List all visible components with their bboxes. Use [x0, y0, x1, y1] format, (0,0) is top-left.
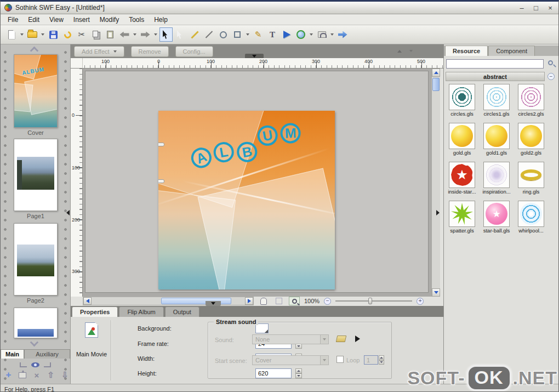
add-effect-button[interactable]: Add Effect: [74, 46, 124, 57]
pen-tool-button[interactable]: ✎: [252, 27, 265, 42]
scroll-down-button[interactable]: [432, 288, 440, 297]
save-button[interactable]: [47, 27, 60, 42]
canvas-horizontal-scrollbar[interactable]: [83, 297, 254, 305]
effectbar-up-icon[interactable]: [397, 50, 402, 53]
resource-item[interactable]: ring.gls: [515, 162, 547, 195]
search-icon[interactable]: [548, 60, 553, 65]
zoom-slider-handle[interactable]: [368, 298, 372, 304]
test-movie-button[interactable]: [280, 27, 293, 42]
resource-item[interactable]: ★ star-ball.gls: [480, 201, 513, 234]
preview-browser-button[interactable]: [294, 27, 307, 42]
resource-item[interactable]: whirlpool...: [515, 201, 547, 234]
effectbar-down-icon[interactable]: [409, 50, 413, 52]
tab-output[interactable]: Output: [165, 306, 199, 317]
copy-button[interactable]: [89, 27, 102, 42]
import-page-button[interactable]: [18, 370, 27, 380]
menu-modify[interactable]: Modify: [95, 15, 124, 25]
loop-checkbox[interactable]: [336, 356, 344, 363]
category-header[interactable]: abstract: [446, 72, 545, 81]
resource-item[interactable]: circles2.gls: [515, 84, 547, 117]
scroll-right-button[interactable]: [245, 297, 253, 305]
undo-dropdown[interactable]: [132, 33, 138, 36]
resource-item[interactable]: gold1.gls: [480, 123, 513, 156]
resource-search-input[interactable]: [446, 59, 544, 69]
page-thumbnail-cover[interactable]: ALBUM: [14, 54, 58, 128]
scroll-left-button[interactable]: [83, 297, 92, 305]
new-document-dropdown[interactable]: [19, 33, 25, 36]
subselect-tool-button[interactable]: [174, 27, 187, 42]
tab-flip-album[interactable]: Flip Album: [119, 306, 163, 317]
loop-count-input[interactable]: [364, 355, 378, 365]
loop-spinner[interactable]: [379, 355, 384, 365]
collapse-left-panel-arrow[interactable]: [66, 210, 70, 215]
shape-tool-dropdown[interactable]: [245, 33, 250, 36]
pages-scroll-down[interactable]: [31, 339, 37, 345]
play-sound-button[interactable]: [355, 336, 360, 342]
select-tool-button[interactable]: [159, 27, 173, 42]
tab-auxiliary[interactable]: Auxiliary: [24, 349, 70, 359]
bottom-collapse-tab[interactable]: [206, 301, 221, 306]
open-dropdown[interactable]: [40, 33, 45, 36]
oval-tool-button[interactable]: [216, 27, 230, 42]
resource-item[interactable]: gold2.gls: [515, 123, 547, 156]
pages-scroll-up[interactable]: [31, 48, 37, 54]
category-collapse-button[interactable]: −: [547, 73, 555, 80]
capture-button[interactable]: [315, 27, 328, 42]
resource-item[interactable]: circles1.gls: [480, 84, 513, 117]
menu-edit[interactable]: Edit: [23, 15, 44, 25]
scroll-up-button[interactable]: [432, 69, 440, 77]
onion-skin-control[interactable]: [1, 360, 70, 369]
album-cover-artwork[interactable]: A L B U M: [158, 111, 335, 289]
browse-sound-button[interactable]: [336, 336, 346, 342]
export-button[interactable]: [61, 27, 74, 42]
pencil-tool-button[interactable]: [188, 27, 201, 42]
tab-main[interactable]: Main: [1, 349, 24, 359]
remove-effect-button[interactable]: Remove: [131, 46, 169, 57]
hand-tool-button[interactable]: [258, 297, 269, 305]
preview-dropdown[interactable]: [309, 33, 314, 36]
rectangle-tool-button[interactable]: [231, 27, 244, 42]
sound-combobox[interactable]: None: [252, 334, 329, 344]
start-scene-combobox[interactable]: Cover: [252, 355, 329, 365]
menu-help[interactable]: Help: [149, 15, 173, 25]
close-button[interactable]: ×: [546, 4, 555, 12]
collapse-right-panel-arrow[interactable]: [436, 210, 440, 215]
move-page-down-button[interactable]: ⇩: [60, 370, 70, 380]
line-tool-button[interactable]: [202, 27, 215, 42]
undo-button[interactable]: [118, 27, 131, 42]
config-effect-button[interactable]: Config...: [175, 46, 213, 57]
publish-swf-button[interactable]: [336, 27, 349, 42]
new-document-button[interactable]: [5, 27, 18, 42]
page-thumbnail-page2[interactable]: [14, 223, 58, 296]
resource-item[interactable]: gold.gls: [446, 123, 478, 156]
zoom-in-button[interactable]: +: [417, 298, 424, 305]
tab-resource[interactable]: Resource: [445, 46, 488, 56]
paste-button[interactable]: [104, 27, 117, 42]
resource-item[interactable]: ★ inside-star...: [446, 162, 478, 195]
minimize-button[interactable]: –: [517, 4, 526, 12]
maximize-button[interactable]: □: [532, 4, 540, 12]
menu-insert[interactable]: Insert: [69, 15, 95, 25]
cut-button[interactable]: ✂: [75, 27, 88, 42]
delete-page-button[interactable]: ×: [32, 370, 42, 380]
resource-item[interactable]: spatter.gls: [446, 201, 478, 234]
tab-properties[interactable]: Properties: [72, 306, 118, 317]
zoom-out-button[interactable]: −: [324, 298, 331, 305]
add-page-button[interactable]: +: [4, 370, 13, 380]
menu-view[interactable]: View: [44, 15, 69, 25]
redo-dropdown[interactable]: [153, 33, 158, 36]
menu-tools[interactable]: Tools: [124, 15, 149, 25]
resource-item[interactable]: circles.gls: [446, 84, 478, 117]
canvas-viewport[interactable]: A L B U M: [83, 69, 431, 297]
move-page-up-button[interactable]: ⇧: [46, 370, 55, 380]
resource-item[interactable]: inspiration...: [480, 162, 513, 195]
redo-button[interactable]: [139, 27, 152, 42]
tab-component[interactable]: Component: [488, 46, 535, 56]
page-thumbnail-page1[interactable]: [14, 139, 58, 211]
menu-file[interactable]: File: [3, 15, 23, 25]
capture-dropdown[interactable]: [329, 33, 335, 36]
canvas-vertical-scrollbar[interactable]: [431, 69, 440, 297]
fit-view-button[interactable]: [273, 297, 284, 305]
vertical-scroll-thumb[interactable]: [432, 78, 440, 91]
zoom-tool-button[interactable]: [289, 297, 300, 305]
